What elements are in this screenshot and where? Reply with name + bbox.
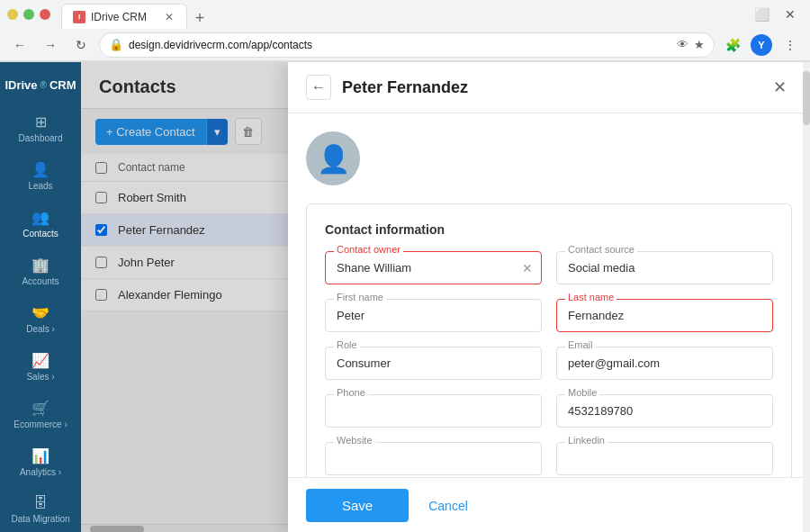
sidebar-item-deals[interactable]: 🤝 Deals › [4,297,76,341]
sidebar: IDrive ® CRM ⊞ Dashboard 👤 Leads 👥 Conta… [0,62,81,532]
sidebar-item-analytics[interactable]: 📊 Analytics › [4,440,76,484]
email-field: Email [556,347,773,380]
website-field: Website [325,442,542,475]
tab-bar: I IDrive CRM ✕ + [54,0,218,29]
bookmark-icon[interactable]: ★ [694,38,705,51]
mobile-input[interactable] [556,394,773,428]
panel-title: Peter Fernandez [342,78,756,97]
panel-back-button[interactable]: ← [306,75,331,100]
last-name-input[interactable] [556,299,773,332]
address-icons: 👁 ★ [677,38,705,51]
sidebar-item-ecommerce[interactable]: 🛒 Ecommerce › [4,392,76,437]
menu-icon[interactable]: ⋮ [778,32,803,58]
deals-icon: 🤝 [32,304,50,321]
sidebar-item-accounts[interactable]: 🏢 Accounts [4,249,76,293]
contact-source-label: Contact source [565,244,637,255]
panel-body: 👤 Contact information Contact owner ✕ Co… [288,113,810,477]
close-icon: ✕ [773,77,787,97]
linkedin-field: Linkedin [556,442,773,475]
sidebar-item-label-analytics: Analytics › [20,467,61,477]
sidebar-item-contacts[interactable]: 👥 Contacts [4,202,76,246]
cancel-button[interactable]: Cancel [418,491,479,520]
account-button[interactable]: Y [749,32,774,58]
eye-icon[interactable]: 👁 [677,38,688,51]
panel-close-button[interactable]: ✕ [767,75,792,100]
app-container: IDrive ® CRM ⊞ Dashboard 👤 Leads 👥 Conta… [0,62,810,532]
tab-favicon: I [73,11,86,23]
logo-sup: ® [40,80,47,90]
contact-owner-clear-button[interactable]: ✕ [522,261,533,275]
panel-scrollbar[interactable] [803,62,810,532]
reload-button[interactable]: ↻ [68,32,94,58]
back-button[interactable]: ← [7,32,32,58]
browser-close-button[interactable]: ✕ [778,2,803,27]
browser-titlebar: I IDrive CRM ✕ + ⬜ ✕ [0,0,810,29]
save-button[interactable]: Save [306,489,409,522]
sidebar-item-label-ecommerce: Ecommerce › [14,419,67,429]
browser-tab[interactable]: I IDrive CRM ✕ [61,4,187,29]
sidebar-item-dashboard[interactable]: ⊞ Dashboard [4,106,76,150]
sidebar-item-label-sales: Sales › [26,372,54,382]
forward-button[interactable]: → [38,32,63,58]
contact-info-card: Contact information Contact owner ✕ Cont… [306,203,792,477]
browser-chrome: I IDrive CRM ✕ + ⬜ ✕ ← → ↻ 🔒 design.devi… [0,0,810,62]
first-name-label: First name [334,292,386,302]
profile-avatar: Y [751,34,772,56]
form-row-2: First name Last name [325,299,773,332]
contacts-icon: 👥 [32,209,50,226]
detail-panel: ← Peter Fernandez ✕ 👤 Contact informatio… [288,62,810,532]
data-migration-icon: 🗄 [33,495,48,511]
logo-text: IDrive [4,78,37,92]
sales-icon: 📈 [32,352,50,369]
panel-scrollbar-thumb [803,71,810,125]
window-close-button[interactable] [40,9,50,20]
panel-footer: Save Cancel [288,477,810,532]
email-input[interactable] [556,347,773,380]
role-input[interactable] [325,347,542,380]
email-label: Email [565,339,596,350]
sidebar-item-label-leads: Leads [28,181,52,191]
url-display: design.devidrivecrm.com/app/contacts [129,39,671,51]
window-controls [7,9,50,20]
restore-button[interactable]: ⬜ [749,2,774,27]
minimize-button[interactable] [7,9,18,20]
sidebar-item-label-contacts: Contacts [22,229,58,239]
info-card-title: Contact information [325,222,773,237]
contact-avatar: 👤 [306,131,360,185]
contact-source-input[interactable] [556,251,773,284]
toolbar-icons: 🧩 Y ⋮ [720,32,803,58]
tab-close-button[interactable]: ✕ [163,11,176,23]
phone-field: Phone [325,394,542,428]
linkedin-input[interactable] [556,442,773,475]
contact-owner-input[interactable] [325,251,542,284]
sidebar-item-sales[interactable]: 📈 Sales › [4,345,76,389]
avatar-icon: 👤 [317,143,350,175]
ecommerce-icon: 🛒 [32,400,50,417]
leads-icon: 👤 [32,161,50,178]
back-arrow-icon: ← [311,79,326,95]
address-bar[interactable]: 🔒 design.devidrivecrm.com/app/contacts 👁… [99,32,715,58]
form-row-4: Phone Mobile [325,394,773,428]
mobile-field: Mobile [556,394,773,428]
lock-icon: 🔒 [109,38,123,51]
form-row-5: Website Linkedin [325,442,773,475]
sidebar-item-label-deals: Deals › [26,324,55,334]
contact-owner-label: Contact owner [334,244,403,255]
first-name-input[interactable] [325,299,542,332]
accounts-icon: 🏢 [32,257,50,274]
mobile-label: Mobile [565,387,599,398]
maximize-button[interactable] [23,9,34,20]
new-tab-button[interactable]: + [189,7,211,29]
sidebar-item-leads[interactable]: 👤 Leads [4,154,76,198]
phone-input[interactable] [325,394,542,428]
dashboard-icon: ⊞ [35,113,47,131]
first-name-field: First name [325,299,542,332]
sidebar-item-data-migration[interactable]: 🗄 Data Migration [4,488,76,531]
extensions-icon[interactable]: 🧩 [720,32,745,58]
logo: IDrive ® CRM [4,71,76,103]
last-name-label: Last name [565,292,616,302]
sidebar-item-label-accounts: Accounts [22,276,58,286]
linkedin-label: Linkedin [565,435,608,446]
website-input[interactable] [325,442,542,475]
tab-label: IDrive CRM [91,11,147,23]
